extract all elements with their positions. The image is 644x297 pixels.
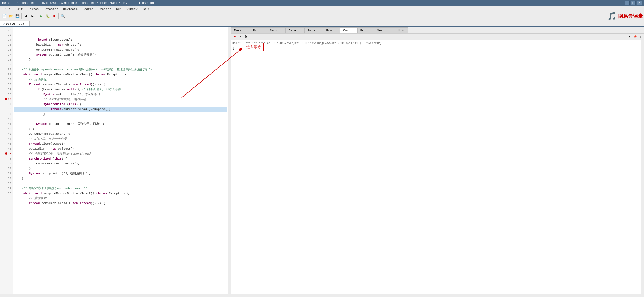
code-line-33[interactable]: System.out.println("1、进入等待"); bbox=[14, 92, 227, 97]
menu-file[interactable]: File bbox=[1, 7, 13, 11]
code-line-30[interactable]: // 启动线程 bbox=[14, 77, 227, 82]
menu-project[interactable]: Project bbox=[96, 7, 113, 11]
console-hscroll[interactable] bbox=[231, 294, 644, 297]
maximize-button[interactable]: □ bbox=[631, 1, 636, 5]
code-line-25[interactable]: System.out.println("3、通知消费者"); bbox=[14, 52, 227, 57]
toolbar-open[interactable]: 📂 bbox=[8, 13, 14, 19]
toolbar-save[interactable]: 💾 bbox=[14, 13, 20, 19]
code-line-53[interactable]: public void suspendResumeDeadLockTest2()… bbox=[14, 191, 227, 196]
tab-close-button[interactable]: × bbox=[25, 23, 27, 25]
code-line-47[interactable]: consumerThread.resume(); bbox=[14, 161, 227, 166]
code-line-37[interactable]: } bbox=[14, 112, 227, 117]
right-tab-junit[interactable]: JUnit bbox=[393, 28, 408, 33]
title-bar: ne_ws - hc-chapter1-src/com/study/hc/thr… bbox=[0, 0, 644, 6]
code-line-50[interactable]: } bbox=[14, 176, 227, 181]
right-tab-search[interactable]: Sear... bbox=[374, 28, 393, 33]
right-tab-data[interactable]: Data... bbox=[286, 28, 304, 33]
code-line-49[interactable]: System.out.println("3、通知消费者"); bbox=[14, 171, 227, 176]
code-area[interactable]: 2223242526272829303132333435363738394041… bbox=[0, 27, 231, 294]
editor-container: 2223242526272829303132333435363738394041… bbox=[0, 27, 231, 297]
menu-help[interactable]: Help bbox=[140, 7, 152, 11]
code-line-24[interactable]: consumerThread.resume(); bbox=[14, 47, 227, 52]
toolbar-stop[interactable]: ■ bbox=[51, 13, 57, 19]
line-number-31: 31 bbox=[0, 72, 11, 77]
menu-search[interactable]: Search bbox=[80, 7, 96, 11]
code-line-38[interactable]: } bbox=[14, 117, 227, 122]
console-pin-btn[interactable]: 📌 bbox=[632, 34, 637, 39]
title-bar-controls[interactable]: − □ × bbox=[625, 1, 642, 5]
console-clear-btn[interactable]: 🗑 bbox=[243, 34, 248, 39]
code-line-45[interactable]: // 争取到锁以后, 再恢复consumerThread bbox=[14, 151, 227, 156]
right-tab-pro3[interactable]: Pro... bbox=[357, 28, 374, 33]
right-tab-snippets[interactable]: Snip... bbox=[304, 28, 323, 33]
line-number-29: 29 bbox=[0, 62, 11, 67]
line-number-33: 33 bbox=[0, 82, 11, 87]
code-line-44[interactable]: baozidian = new Object(); bbox=[14, 146, 227, 151]
console-stop-btn[interactable]: ■ bbox=[232, 34, 237, 39]
console-close-btn[interactable]: × bbox=[238, 34, 243, 39]
code-line-26[interactable]: } bbox=[14, 57, 227, 62]
minimize-button[interactable]: − bbox=[625, 1, 630, 5]
code-line-27[interactable] bbox=[14, 62, 227, 67]
line-number-42: 42 bbox=[0, 127, 11, 131]
code-line-51[interactable] bbox=[14, 181, 227, 186]
line-number-52: 52 bbox=[0, 176, 11, 181]
code-line-36[interactable]: Thread.currentThread().suspend(); bbox=[14, 107, 227, 112]
code-line-48[interactable]: } bbox=[14, 166, 227, 171]
code-line-23[interactable]: baozidian = new Object(); bbox=[14, 42, 227, 47]
line-number-45: 45 bbox=[0, 141, 11, 146]
tab-icon: J bbox=[3, 22, 5, 26]
code-content[interactable]: Thread.sleep(3000L); baozidian = new Obj… bbox=[13, 27, 228, 294]
code-line-42[interactable]: // 3秒之后, 生产一个包子 bbox=[14, 136, 227, 141]
annotation-box: 1. 进入等待 bbox=[237, 43, 264, 51]
menu-run[interactable]: Run bbox=[114, 7, 124, 11]
menu-navigate[interactable]: Navigate bbox=[61, 7, 80, 11]
code-line-40[interactable]: }); bbox=[14, 127, 227, 131]
toolbar: 📄 📂 💾 ◀ ▶ ▶ 🐛 ■ 🔍 🎵 网易云课堂 bbox=[0, 12, 644, 20]
code-line-54[interactable]: // 启动线程 bbox=[14, 196, 227, 201]
line-number-28: 28 bbox=[0, 57, 11, 62]
menu-window[interactable]: Window bbox=[124, 7, 140, 11]
code-line-29[interactable]: public void suspendResumeDeadLockTest() … bbox=[14, 72, 227, 77]
toolbar-forward[interactable]: ▶ bbox=[29, 13, 36, 19]
console-scroll-end[interactable]: ⬇ bbox=[627, 34, 632, 39]
tab-demo6[interactable]: J Demo6.java × bbox=[0, 21, 30, 26]
code-line-46[interactable]: synchronized (this) { bbox=[14, 156, 227, 161]
code-line-22[interactable]: Thread.sleep(3000L); bbox=[14, 37, 227, 42]
line-number-49: 49 bbox=[0, 161, 11, 166]
code-line-28[interactable]: /** 死锁的suspend/resume. suspend并不会像wait 一… bbox=[14, 67, 227, 72]
line-number-39: 39 bbox=[0, 112, 11, 117]
line-number-47: 47 bbox=[0, 151, 11, 156]
code-line-43[interactable]: Thread.sleep(3000L); bbox=[14, 141, 227, 146]
toolbar-search[interactable]: 🔍 bbox=[60, 13, 66, 19]
toolbar-sep2 bbox=[37, 13, 37, 19]
right-tab-pro2[interactable]: Pro... bbox=[323, 28, 340, 33]
console-settings-btn[interactable]: ⚙ bbox=[638, 34, 643, 39]
right-tab-servers[interactable]: Serv... bbox=[267, 28, 286, 33]
console-vscroll[interactable] bbox=[641, 40, 644, 294]
toolbar-debug[interactable]: 🐛 bbox=[45, 13, 51, 19]
code-line-34[interactable]: // 当前线程拿到锁, 然后挂起 bbox=[14, 97, 227, 102]
code-line-32[interactable]: if (boozidian == null) { // 如果没包子, 则进入等待 bbox=[14, 87, 227, 92]
code-line-35[interactable]: synchronized (this) { bbox=[14, 102, 227, 107]
close-button[interactable]: × bbox=[637, 1, 642, 5]
line-number-55: 55 bbox=[0, 191, 11, 196]
toolbar-run[interactable]: ▶ bbox=[38, 13, 44, 19]
right-tab-console[interactable]: Con... bbox=[340, 28, 357, 33]
code-line-31[interactable]: Thread consumerThread = new Thread(() ->… bbox=[14, 82, 227, 87]
code-line-39[interactable]: System.out.println("2、买到包子, 回家"); bbox=[14, 122, 227, 127]
right-console-content: Demo6 [Java Application] C:\u01\Java\jre… bbox=[231, 40, 644, 294]
right-tab-pro1[interactable]: Pro... bbox=[250, 28, 267, 33]
menu-source[interactable]: Source bbox=[26, 7, 41, 11]
menu-refactor[interactable]: Refactor bbox=[41, 7, 60, 11]
editor-vscroll[interactable] bbox=[228, 27, 231, 294]
code-line-41[interactable]: consumerThread.start(); bbox=[14, 131, 227, 136]
toolbar-back[interactable]: ◀ bbox=[23, 13, 29, 19]
menu-edit[interactable]: Edit bbox=[13, 7, 25, 11]
toolbar-sep1 bbox=[21, 13, 22, 19]
editor-hscroll[interactable] bbox=[0, 294, 231, 297]
toolbar-new[interactable]: 📄 bbox=[1, 13, 7, 19]
right-tab-markers[interactable]: Mark... bbox=[231, 28, 250, 33]
code-line-55[interactable]: Thread consumerThread = new Thread(() ->… bbox=[14, 201, 227, 206]
code-line-52[interactable]: /** 导致程序永久挂起的suspend/resume */ bbox=[14, 186, 227, 191]
